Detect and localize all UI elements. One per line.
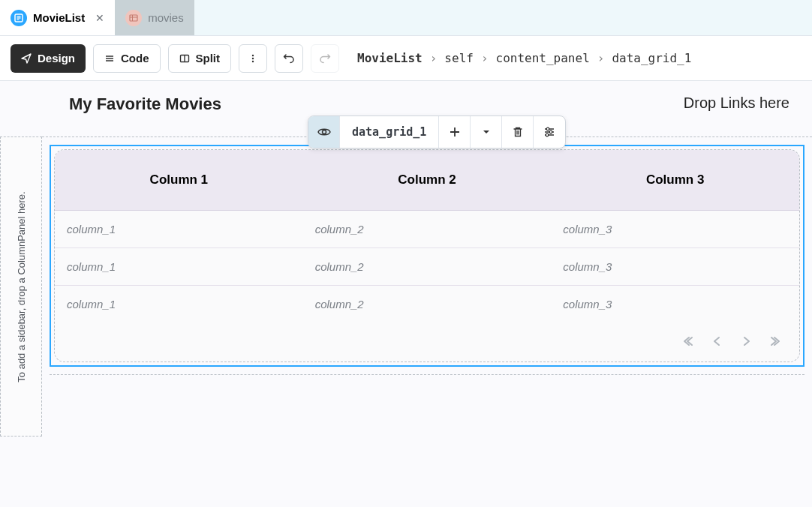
close-icon[interactable]: ✕ [95,12,104,24]
grid-cell[interactable]: column_2 [303,248,552,285]
data-grid-selection[interactable]: Column 1 Column 2 Column 3 column_1 colu… [50,145,804,367]
column-header[interactable]: Column 2 [303,150,552,210]
grid-header: Column 1 Column 2 Column 3 [55,150,799,211]
svg-point-13 [252,57,254,58]
context-toolbar: data_grid_1 [308,116,566,148]
svg-point-23 [546,134,549,136]
svg-point-15 [322,130,326,134]
sidebar-drop-label: To add a sidebar, drop a ColumnPanel her… [16,191,27,382]
svg-rect-4 [130,15,137,21]
column-header[interactable]: Column 1 [55,150,303,210]
grid-cell[interactable]: column_1 [55,211,303,248]
breadcrumb: MovieList › self › content_panel › data_… [357,51,691,65]
grid-cell[interactable]: column_3 [551,286,799,322]
data-grid[interactable]: Column 1 Column 2 Column 3 column_1 colu… [54,149,800,362]
pager-first-icon[interactable] [682,334,696,348]
tab-movies[interactable]: movies [115,0,194,35]
breadcrumb-item[interactable]: content_panel [496,51,590,65]
svg-point-21 [550,130,553,134]
drop-links-label[interactable]: Drop Links here [684,94,789,112]
column-header[interactable]: Column 3 [551,150,799,210]
pager-prev-icon[interactable] [711,334,724,348]
tab-movielist[interactable]: MovieList ✕ [0,0,115,35]
svg-point-19 [547,128,550,130]
settings-button[interactable] [534,116,565,148]
dropdown-button[interactable] [471,116,502,148]
svg-point-12 [252,54,254,56]
delete-button[interactable] [502,116,534,148]
table-icon [125,10,142,26]
tab-label: MovieList [33,11,85,24]
pager-last-icon[interactable] [768,334,781,348]
sidebar-drop-zone[interactable]: To add a sidebar, drop a ColumnPanel her… [0,136,42,436]
visibility-toggle[interactable] [308,116,340,148]
design-button-label: Design [38,52,75,64]
undo-icon [283,52,295,64]
plus-icon [449,126,461,138]
redo-button[interactable] [311,44,339,73]
svg-point-14 [252,60,254,62]
sliders-icon [543,126,555,138]
grid-body: column_1 column_2 column_3 column_1 colu… [55,211,799,322]
page-title[interactable]: My Favorite Movies [69,94,221,114]
chevron-right-icon: › [597,51,605,65]
split-button[interactable]: Split [168,44,232,73]
tab-bar: MovieList ✕ movies [0,0,812,36]
grid-pager [55,322,799,362]
list-icon [104,53,115,64]
grid-cell[interactable]: column_1 [55,248,303,285]
split-icon [179,53,190,64]
table-row[interactable]: column_1 column_2 column_3 [55,211,799,248]
grid-cell[interactable]: column_3 [551,211,799,248]
code-button-label: Code [121,52,149,64]
table-row[interactable]: column_1 column_2 column_3 [55,248,799,286]
chevron-right-icon: › [430,51,438,65]
form-icon [11,10,27,26]
eye-icon [317,124,332,140]
component-name-field[interactable]: data_grid_1 [340,116,439,148]
chevron-right-icon: › [481,51,489,65]
grid-cell[interactable]: column_1 [55,286,303,322]
table-row[interactable]: column_1 column_2 column_3 [55,286,799,322]
paper-plane-icon [21,53,32,64]
design-button[interactable]: Design [11,44,86,73]
toolbar: Design Code Split MovieList › self › con… [0,36,812,81]
add-button[interactable] [439,116,471,148]
code-button[interactable]: Code [93,44,161,73]
breadcrumb-item[interactable]: self [444,51,474,65]
design-canvas: My Favorite Movies Drop Links here data_… [0,81,812,507]
pager-next-icon[interactable] [739,334,753,348]
dots-vertical-icon [248,53,258,64]
undo-button[interactable] [275,44,303,73]
trash-icon [512,126,524,138]
redo-icon [319,52,331,64]
caret-down-icon [482,128,491,136]
breadcrumb-item[interactable]: data_grid_1 [612,51,691,65]
tab-label: movies [148,11,184,24]
more-button[interactable] [239,44,267,73]
breadcrumb-item[interactable]: MovieList [357,51,423,65]
grid-cell[interactable]: column_3 [551,248,799,285]
split-button-label: Split [196,52,221,64]
grid-cell[interactable]: column_2 [303,286,552,322]
content-panel: Column 1 Column 2 Column 3 column_1 colu… [42,136,812,507]
grid-cell[interactable]: column_2 [303,211,552,248]
